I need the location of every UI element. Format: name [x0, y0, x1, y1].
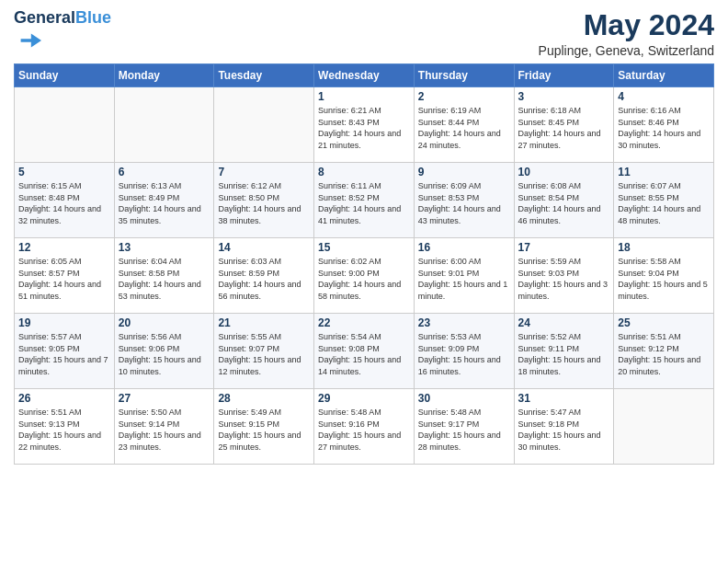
calendar-cell: 23Sunrise: 5:53 AM Sunset: 9:09 PM Dayli…	[414, 314, 514, 389]
calendar-week-5: 26Sunrise: 5:51 AM Sunset: 9:13 PM Dayli…	[15, 389, 714, 465]
calendar-cell: 7Sunrise: 6:12 AM Sunset: 8:50 PM Daylig…	[214, 163, 314, 238]
day-info: Sunrise: 5:48 AM Sunset: 9:17 PM Dayligh…	[418, 407, 510, 453]
day-info: Sunrise: 6:16 AM Sunset: 8:46 PM Dayligh…	[618, 105, 710, 151]
day-number: 28	[218, 392, 310, 405]
day-number: 18	[618, 241, 710, 254]
calendar-table: Sunday Monday Tuesday Wednesday Thursday…	[14, 63, 714, 465]
calendar-cell: 21Sunrise: 5:55 AM Sunset: 9:07 PM Dayli…	[214, 314, 314, 389]
calendar-cell: 27Sunrise: 5:50 AM Sunset: 9:14 PM Dayli…	[114, 389, 214, 465]
calendar-cell: 17Sunrise: 5:59 AM Sunset: 9:03 PM Dayli…	[514, 238, 614, 314]
day-info: Sunrise: 6:04 AM Sunset: 8:58 PM Dayligh…	[119, 256, 210, 302]
calendar-cell: 29Sunrise: 5:48 AM Sunset: 9:16 PM Dayli…	[314, 389, 415, 465]
main-title: May 2024	[539, 9, 714, 41]
calendar-cell: 22Sunrise: 5:54 AM Sunset: 9:08 PM Dayli…	[314, 314, 415, 389]
header-sunday: Sunday	[15, 64, 115, 87]
header-friday: Friday	[514, 64, 614, 87]
calendar-cell: 8Sunrise: 6:11 AM Sunset: 8:52 PM Daylig…	[314, 163, 415, 238]
calendar-cell	[614, 389, 714, 465]
calendar-cell: 13Sunrise: 6:04 AM Sunset: 8:58 PM Dayli…	[114, 238, 214, 314]
calendar-cell: 2Sunrise: 6:19 AM Sunset: 8:44 PM Daylig…	[414, 87, 514, 163]
day-number: 20	[119, 316, 210, 329]
day-number: 10	[518, 166, 610, 178]
day-number: 27	[119, 392, 210, 405]
calendar-cell: 30Sunrise: 5:48 AM Sunset: 9:17 PM Dayli…	[414, 389, 514, 465]
day-info: Sunrise: 5:55 AM Sunset: 9:07 PM Dayligh…	[218, 331, 310, 377]
calendar-cell: 15Sunrise: 6:02 AM Sunset: 9:00 PM Dayli…	[314, 238, 415, 314]
calendar-cell: 6Sunrise: 6:13 AM Sunset: 8:49 PM Daylig…	[114, 163, 214, 238]
calendar-cell: 28Sunrise: 5:49 AM Sunset: 9:15 PM Dayli…	[214, 389, 314, 465]
day-info: Sunrise: 5:48 AM Sunset: 9:16 PM Dayligh…	[318, 407, 410, 453]
header: GeneralBlue May 2024 Puplinge, Geneva, S…	[14, 9, 714, 58]
header-saturday: Saturday	[614, 64, 714, 87]
calendar-cell: 9Sunrise: 6:09 AM Sunset: 8:53 PM Daylig…	[414, 163, 514, 238]
calendar-cell: 12Sunrise: 6:05 AM Sunset: 8:57 PM Dayli…	[15, 238, 115, 314]
day-number: 4	[618, 90, 710, 103]
calendar-cell	[15, 87, 115, 163]
calendar-cell: 26Sunrise: 5:51 AM Sunset: 9:13 PM Dayli…	[15, 389, 115, 465]
day-number: 8	[318, 166, 410, 178]
calendar-cell: 10Sunrise: 6:08 AM Sunset: 8:54 PM Dayli…	[514, 163, 614, 238]
calendar-cell	[214, 87, 314, 163]
day-number: 21	[218, 316, 310, 329]
day-number: 3	[518, 90, 610, 103]
calendar-header: Sunday Monday Tuesday Wednesday Thursday…	[15, 64, 714, 87]
day-info: Sunrise: 6:13 AM Sunset: 8:49 PM Dayligh…	[119, 180, 210, 226]
logo-text: GeneralBlue	[14, 9, 111, 28]
day-number: 17	[518, 241, 610, 254]
day-number: 16	[418, 241, 510, 254]
header-thursday: Thursday	[414, 64, 514, 87]
calendar-week-3: 12Sunrise: 6:05 AM Sunset: 8:57 PM Dayli…	[15, 238, 714, 314]
day-info: Sunrise: 6:15 AM Sunset: 8:48 PM Dayligh…	[18, 180, 110, 226]
day-number: 5	[18, 166, 110, 178]
day-info: Sunrise: 6:18 AM Sunset: 8:45 PM Dayligh…	[518, 105, 610, 151]
day-number: 15	[318, 241, 410, 254]
day-number: 22	[318, 316, 410, 329]
day-number: 9	[418, 166, 510, 178]
day-info: Sunrise: 5:47 AM Sunset: 9:18 PM Dayligh…	[518, 407, 610, 453]
day-info: Sunrise: 6:08 AM Sunset: 8:54 PM Dayligh…	[518, 180, 610, 226]
day-info: Sunrise: 6:09 AM Sunset: 8:53 PM Dayligh…	[418, 180, 510, 226]
day-info: Sunrise: 5:51 AM Sunset: 9:13 PM Dayligh…	[18, 407, 110, 453]
day-number: 6	[119, 166, 210, 178]
day-info: Sunrise: 6:05 AM Sunset: 8:57 PM Dayligh…	[18, 256, 110, 302]
day-number: 31	[518, 392, 610, 405]
day-info: Sunrise: 6:21 AM Sunset: 8:43 PM Dayligh…	[318, 105, 410, 151]
calendar-cell: 24Sunrise: 5:52 AM Sunset: 9:11 PM Dayli…	[514, 314, 614, 389]
logo-icon	[16, 28, 41, 53]
calendar-cell	[114, 87, 214, 163]
header-wednesday: Wednesday	[314, 64, 415, 87]
calendar-cell: 4Sunrise: 6:16 AM Sunset: 8:46 PM Daylig…	[614, 87, 714, 163]
header-row: Sunday Monday Tuesday Wednesday Thursday…	[15, 64, 714, 87]
day-number: 14	[218, 241, 310, 254]
day-info: Sunrise: 5:49 AM Sunset: 9:15 PM Dayligh…	[218, 407, 310, 453]
day-info: Sunrise: 6:02 AM Sunset: 9:00 PM Dayligh…	[318, 256, 410, 302]
calendar-cell: 11Sunrise: 6:07 AM Sunset: 8:55 PM Dayli…	[614, 163, 714, 238]
calendar-cell: 14Sunrise: 6:03 AM Sunset: 8:59 PM Dayli…	[214, 238, 314, 314]
day-number: 30	[418, 392, 510, 405]
day-info: Sunrise: 6:11 AM Sunset: 8:52 PM Dayligh…	[318, 180, 410, 226]
day-number: 26	[18, 392, 110, 405]
calendar-week-1: 1Sunrise: 6:21 AM Sunset: 8:43 PM Daylig…	[15, 87, 714, 163]
day-number: 29	[318, 392, 410, 405]
svg-marker-0	[21, 33, 41, 47]
day-number: 19	[18, 316, 110, 329]
day-number: 12	[18, 241, 110, 254]
title-block: May 2024 Puplinge, Geneva, Switzerland	[539, 9, 714, 58]
day-info: Sunrise: 5:50 AM Sunset: 9:14 PM Dayligh…	[119, 407, 210, 453]
day-number: 2	[418, 90, 510, 103]
calendar-cell: 3Sunrise: 6:18 AM Sunset: 8:45 PM Daylig…	[514, 87, 614, 163]
calendar-cell: 5Sunrise: 6:15 AM Sunset: 8:48 PM Daylig…	[15, 163, 115, 238]
calendar-cell: 18Sunrise: 5:58 AM Sunset: 9:04 PM Dayli…	[614, 238, 714, 314]
calendar-cell: 20Sunrise: 5:56 AM Sunset: 9:06 PM Dayli…	[114, 314, 214, 389]
calendar-cell: 31Sunrise: 5:47 AM Sunset: 9:18 PM Dayli…	[514, 389, 614, 465]
calendar-cell: 16Sunrise: 6:00 AM Sunset: 9:01 PM Dayli…	[414, 238, 514, 314]
day-info: Sunrise: 5:59 AM Sunset: 9:03 PM Dayligh…	[518, 256, 610, 302]
day-info: Sunrise: 6:12 AM Sunset: 8:50 PM Dayligh…	[218, 180, 310, 226]
day-number: 7	[218, 166, 310, 178]
day-info: Sunrise: 6:03 AM Sunset: 8:59 PM Dayligh…	[218, 256, 310, 302]
day-number: 11	[618, 166, 710, 178]
day-info: Sunrise: 5:54 AM Sunset: 9:08 PM Dayligh…	[318, 331, 410, 377]
day-info: Sunrise: 6:07 AM Sunset: 8:55 PM Dayligh…	[618, 180, 710, 226]
day-info: Sunrise: 5:53 AM Sunset: 9:09 PM Dayligh…	[418, 331, 510, 377]
day-info: Sunrise: 5:58 AM Sunset: 9:04 PM Dayligh…	[618, 256, 710, 302]
